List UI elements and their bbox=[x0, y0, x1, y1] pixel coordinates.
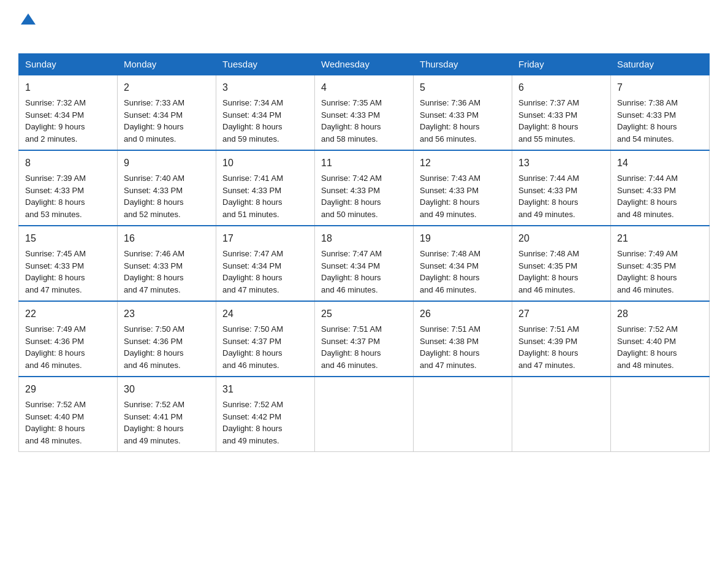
calendar-cell: 25Sunrise: 7:51 AMSunset: 4:37 PMDayligh… bbox=[315, 301, 414, 377]
calendar-table: SundayMondayTuesdayWednesdayThursdayFrid… bbox=[18, 53, 710, 452]
calendar-cell: 15Sunrise: 7:45 AMSunset: 4:33 PMDayligh… bbox=[19, 226, 118, 301]
day-number: 6 bbox=[518, 80, 604, 95]
day-number: 20 bbox=[518, 231, 604, 246]
day-number: 30 bbox=[124, 382, 210, 397]
calendar-cell: 1Sunrise: 7:32 AMSunset: 4:34 PMDaylight… bbox=[19, 75, 118, 150]
calendar-cell: 16Sunrise: 7:46 AMSunset: 4:33 PMDayligh… bbox=[118, 226, 216, 301]
calendar-cell: 6Sunrise: 7:37 AMSunset: 4:33 PMDaylight… bbox=[512, 75, 611, 150]
calendar-cell: 14Sunrise: 7:44 AMSunset: 4:33 PMDayligh… bbox=[611, 150, 710, 226]
calendar-cell: 26Sunrise: 7:51 AMSunset: 4:38 PMDayligh… bbox=[414, 301, 512, 377]
day-number: 16 bbox=[124, 231, 210, 246]
calendar-cell: 24Sunrise: 7:50 AMSunset: 4:37 PMDayligh… bbox=[216, 301, 315, 377]
col-header-sunday: Sunday bbox=[19, 54, 118, 75]
calendar-cell: 10Sunrise: 7:41 AMSunset: 4:33 PMDayligh… bbox=[216, 150, 315, 226]
day-number: 22 bbox=[25, 307, 111, 321]
day-number: 11 bbox=[321, 156, 407, 170]
day-number: 15 bbox=[25, 231, 111, 246]
day-number: 25 bbox=[321, 307, 407, 321]
col-header-wednesday: Wednesday bbox=[315, 54, 414, 75]
calendar-cell: 5Sunrise: 7:36 AMSunset: 4:33 PMDaylight… bbox=[414, 75, 512, 150]
calendar-cell: 3Sunrise: 7:34 AMSunset: 4:34 PMDaylight… bbox=[216, 75, 315, 150]
logo-triangle-icon bbox=[21, 13, 36, 25]
day-number: 7 bbox=[617, 80, 703, 95]
day-number: 1 bbox=[25, 80, 111, 95]
calendar-week-row: 22Sunrise: 7:49 AMSunset: 4:36 PMDayligh… bbox=[19, 301, 710, 377]
calendar-cell: 11Sunrise: 7:42 AMSunset: 4:33 PMDayligh… bbox=[315, 150, 414, 226]
col-header-monday: Monday bbox=[118, 54, 216, 75]
day-number: 2 bbox=[124, 80, 210, 95]
calendar-week-row: 15Sunrise: 7:45 AMSunset: 4:33 PMDayligh… bbox=[19, 226, 710, 301]
calendar-cell: 22Sunrise: 7:49 AMSunset: 4:36 PMDayligh… bbox=[19, 301, 118, 377]
day-number: 29 bbox=[25, 382, 111, 397]
day-number: 4 bbox=[321, 80, 407, 95]
day-number: 9 bbox=[124, 156, 210, 170]
day-number: 14 bbox=[617, 156, 703, 170]
day-number: 10 bbox=[222, 156, 308, 170]
day-number: 17 bbox=[222, 231, 308, 246]
calendar-cell: 27Sunrise: 7:51 AMSunset: 4:39 PMDayligh… bbox=[512, 301, 611, 377]
day-number: 27 bbox=[518, 307, 604, 321]
calendar-cell: 9Sunrise: 7:40 AMSunset: 4:33 PMDaylight… bbox=[118, 150, 216, 226]
logo bbox=[18, 12, 37, 42]
calendar-cell: 2Sunrise: 7:33 AMSunset: 4:34 PMDaylight… bbox=[118, 75, 216, 150]
page-header bbox=[18, 12, 710, 42]
day-number: 5 bbox=[420, 80, 506, 95]
calendar-cell: 13Sunrise: 7:44 AMSunset: 4:33 PMDayligh… bbox=[512, 150, 611, 226]
calendar-cell bbox=[315, 377, 414, 452]
col-header-tuesday: Tuesday bbox=[216, 54, 315, 75]
calendar-cell bbox=[414, 377, 512, 452]
calendar-cell bbox=[611, 377, 710, 452]
calendar-cell: 7Sunrise: 7:38 AMSunset: 4:33 PMDaylight… bbox=[611, 75, 710, 150]
calendar-cell: 8Sunrise: 7:39 AMSunset: 4:33 PMDaylight… bbox=[19, 150, 118, 226]
calendar-cell: 30Sunrise: 7:52 AMSunset: 4:41 PMDayligh… bbox=[118, 377, 216, 452]
calendar-cell: 19Sunrise: 7:48 AMSunset: 4:34 PMDayligh… bbox=[414, 226, 512, 301]
day-number: 21 bbox=[617, 231, 703, 246]
calendar-cell: 17Sunrise: 7:47 AMSunset: 4:34 PMDayligh… bbox=[216, 226, 315, 301]
calendar-week-row: 29Sunrise: 7:52 AMSunset: 4:40 PMDayligh… bbox=[19, 377, 710, 452]
day-number: 13 bbox=[518, 156, 604, 170]
calendar-cell: 20Sunrise: 7:48 AMSunset: 4:35 PMDayligh… bbox=[512, 226, 611, 301]
day-number: 18 bbox=[321, 231, 407, 246]
calendar-cell: 23Sunrise: 7:50 AMSunset: 4:36 PMDayligh… bbox=[118, 301, 216, 377]
day-number: 28 bbox=[617, 307, 703, 321]
day-number: 26 bbox=[420, 307, 506, 321]
calendar-cell: 29Sunrise: 7:52 AMSunset: 4:40 PMDayligh… bbox=[19, 377, 118, 452]
calendar-cell: 21Sunrise: 7:49 AMSunset: 4:35 PMDayligh… bbox=[611, 226, 710, 301]
day-number: 31 bbox=[222, 382, 308, 397]
col-header-saturday: Saturday bbox=[611, 54, 710, 75]
logo-blue-text bbox=[18, 23, 36, 42]
calendar-header-row: SundayMondayTuesdayWednesdayThursdayFrid… bbox=[19, 54, 710, 75]
calendar-week-row: 1Sunrise: 7:32 AMSunset: 4:34 PMDaylight… bbox=[19, 75, 710, 150]
col-header-thursday: Thursday bbox=[414, 54, 512, 75]
calendar-cell: 18Sunrise: 7:47 AMSunset: 4:34 PMDayligh… bbox=[315, 226, 414, 301]
logo-general bbox=[18, 12, 36, 23]
day-number: 8 bbox=[25, 156, 111, 170]
calendar-week-row: 8Sunrise: 7:39 AMSunset: 4:33 PMDaylight… bbox=[19, 150, 710, 226]
day-number: 12 bbox=[420, 156, 506, 170]
day-number: 23 bbox=[124, 307, 210, 321]
day-number: 19 bbox=[420, 231, 506, 246]
calendar-cell bbox=[512, 377, 611, 452]
calendar-cell: 28Sunrise: 7:52 AMSunset: 4:40 PMDayligh… bbox=[611, 301, 710, 377]
day-number: 3 bbox=[222, 80, 308, 95]
col-header-friday: Friday bbox=[512, 54, 611, 75]
calendar-cell: 31Sunrise: 7:52 AMSunset: 4:42 PMDayligh… bbox=[216, 377, 315, 452]
calendar-cell: 12Sunrise: 7:43 AMSunset: 4:33 PMDayligh… bbox=[414, 150, 512, 226]
day-number: 24 bbox=[222, 307, 308, 321]
calendar-cell: 4Sunrise: 7:35 AMSunset: 4:33 PMDaylight… bbox=[315, 75, 414, 150]
